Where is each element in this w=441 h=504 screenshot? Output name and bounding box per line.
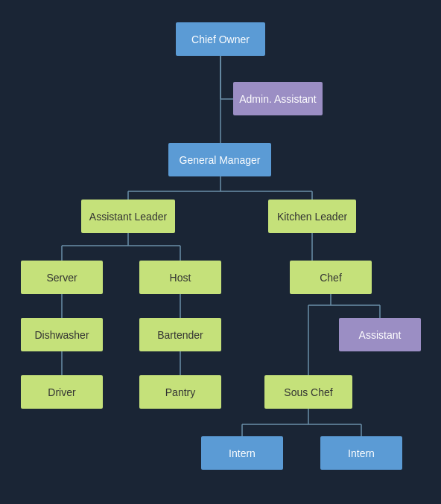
intern2-node: Intern: [320, 436, 402, 470]
chief-owner-node: Chief Owner: [176, 22, 265, 56]
server-node: Server: [21, 261, 103, 294]
general-manager-node: General Manager: [168, 143, 271, 176]
kitchen-leader-node: Kitchen Leader: [268, 200, 356, 233]
assistant-leader-node: Assistant Leader: [81, 200, 175, 233]
dishwasher-node: Dishwasher: [21, 318, 103, 351]
connector-lines: [0, 0, 441, 504]
admin-assistant-node: Admin. Assistant: [233, 82, 323, 115]
sous-chef-node: Sous Chef: [264, 375, 352, 409]
driver-node: Driver: [21, 375, 103, 409]
host-node: Host: [139, 261, 221, 294]
chef-node: Chef: [290, 261, 372, 294]
pantry-node: Pantry: [139, 375, 221, 409]
bartender-node: Bartender: [139, 318, 221, 351]
assistant-node: Assistant: [339, 318, 421, 351]
org-chart: Chief Owner Admin. Assistant General Man…: [0, 0, 441, 504]
intern1-node: Intern: [201, 436, 283, 470]
